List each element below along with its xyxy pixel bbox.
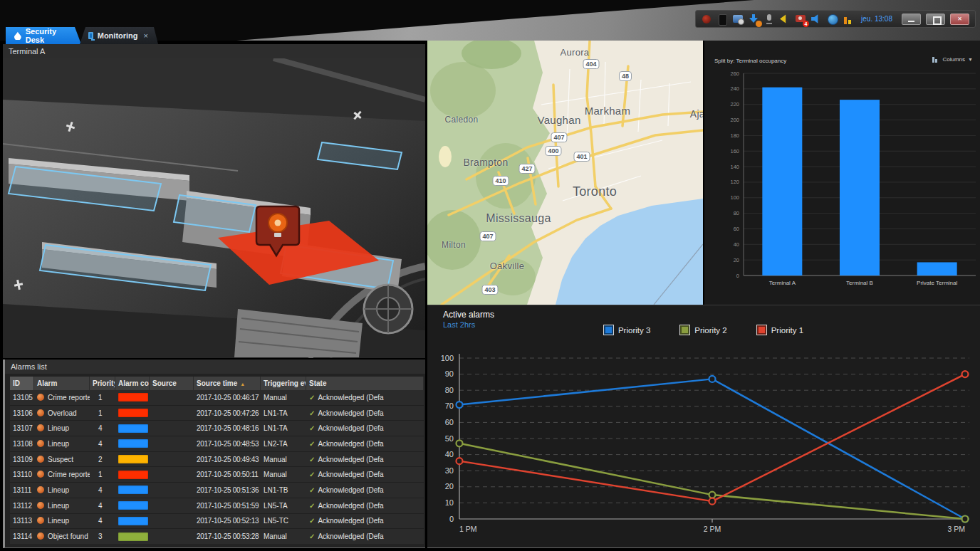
alarm-row[interactable]: 13107Lineup42017-10-25 00:48:16LN1-TA✓Ac…: [10, 421, 424, 436]
svg-text:40: 40: [734, 241, 739, 248]
cell-id: 13105: [10, 394, 34, 402]
tab-label: Monitoring: [98, 31, 138, 40]
map-label-caledon: Caledon: [445, 115, 479, 125]
alarm-row[interactable]: 13113Lineup42017-10-25 00:52:13LN5-TC✓Ac…: [10, 514, 424, 530]
column-header-id[interactable]: ID: [10, 377, 34, 390]
alarm-row[interactable]: 13106Overload12017-10-25 00:47:26LN1-TA✓…: [10, 406, 424, 421]
tab-monitoring[interactable]: Monitoring ×: [80, 27, 158, 44]
svg-text:60: 60: [734, 226, 739, 232]
stats-tray-icon[interactable]: [843, 14, 853, 25]
column-header-alarm-color[interactable]: Alarm color: [115, 377, 150, 390]
panel-title: Alarms list: [5, 360, 425, 374]
maximize-button[interactable]: [926, 14, 945, 25]
cell-priority: 1: [90, 471, 115, 478]
x-tick-3-pm: 3 PM: [947, 525, 965, 533]
cell-priority: 4: [90, 440, 115, 448]
map-label-oakville: Oakville: [490, 261, 525, 271]
cell-id: 13110: [10, 471, 34, 478]
phone-tray-icon[interactable]: [717, 14, 728, 25]
svg-text:20: 20: [734, 257, 739, 263]
acknowledged-check-icon: ✓: [309, 409, 315, 417]
cell-alarm: Crime reported: [34, 471, 90, 478]
cell-source-time: 2017-10-25 00:49:43: [194, 456, 261, 463]
speaker-tray-icon[interactable]: [811, 14, 822, 25]
svg-text:200: 200: [730, 117, 739, 123]
line-priority-1: [459, 374, 965, 502]
cell-priority: 4: [90, 502, 115, 510]
acknowledged-check-icon: ✓: [309, 502, 315, 510]
column-header-state[interactable]: State: [306, 377, 424, 390]
cell-id: 13108: [10, 440, 34, 448]
road-badge-410: 410: [492, 176, 509, 186]
legend-swatch: [757, 325, 766, 335]
tab-close-icon[interactable]: ×: [144, 31, 148, 40]
cell-triggering-event: Manual: [261, 532, 306, 540]
cell-state: ✓Acknowledged (Defa: [306, 440, 424, 448]
cell-triggering-event: LN5-TC: [261, 517, 306, 525]
alarm-bell-icon: [37, 394, 44, 401]
backup-tray-icon[interactable]: [733, 14, 744, 25]
alarm-row[interactable]: 13114Object found32017-10-25 00:53:28Man…: [10, 529, 424, 545]
column-header-priority[interactable]: Priority: [90, 377, 115, 390]
point-priority-1-1: [709, 498, 716, 505]
map-label-milton: Milton: [442, 240, 466, 250]
cell-source-time: 2017-10-25 00:53:28: [194, 532, 261, 540]
cell-source-time: 2017-10-25 00:50:11: [194, 471, 261, 478]
alarm-row[interactable]: 13105Crime reported12017-10-25 00:46:17M…: [10, 390, 424, 406]
acknowledged-check-icon: ✓: [309, 440, 315, 448]
x-tick-1-pm: 1 PM: [459, 525, 477, 533]
map-panel[interactable]: AuroraCaledonVaughanMarkhamAjaxBramptonT…: [427, 41, 703, 305]
alarm-color-bar: [118, 424, 148, 433]
alarm-row[interactable]: 13111Lineup42017-10-25 00:51:36LN1-TB✓Ac…: [10, 483, 424, 498]
tab-security-desk[interactable]: Security Desk: [6, 27, 81, 44]
column-header-triggering-event[interactable]: Triggering event: [261, 377, 306, 390]
alarm-row[interactable]: 13112Lineup42017-10-25 00:51:59LN5-TA✓Ac…: [10, 498, 424, 514]
cell-alarm: Lineup: [34, 517, 90, 525]
alarm-row[interactable]: 13108Lineup42017-10-25 00:48:53LN2-TA✓Ac…: [10, 436, 424, 452]
minimize-button[interactable]: [902, 14, 921, 25]
column-header-source[interactable]: Source: [150, 377, 194, 390]
bar-label-terminal-b: Terminal B: [846, 280, 873, 286]
road-badge-403: 403: [481, 285, 498, 295]
alarm-bell-icon: [37, 517, 44, 524]
column-header-source-time[interactable]: Source time▲: [194, 377, 261, 390]
road-badge-407: 407: [479, 231, 496, 241]
network-globe-tray-icon[interactable]: [827, 14, 838, 25]
mic-tray-icon[interactable]: [764, 14, 775, 25]
cell-alarm-color: [115, 471, 150, 479]
chart-title: Active alarms: [443, 310, 494, 320]
horn-tray-icon[interactable]: [780, 14, 791, 25]
map-label-mississauga: Mississauga: [486, 212, 551, 225]
svg-text:220: 220: [730, 101, 739, 107]
close-button[interactable]: [950, 14, 969, 25]
cell-triggering-event: LN1-TA: [261, 424, 306, 432]
alarm-color-bar: [118, 532, 148, 541]
svg-text:100: 100: [441, 354, 454, 362]
alarm-bell-icon: [37, 486, 44, 493]
alarm-tray-icon[interactable]: [702, 14, 712, 25]
column-header-alarm[interactable]: Alarm: [34, 377, 90, 390]
occupancy-bar-chart: 020406080100120140160180200220240260Term…: [704, 41, 980, 305]
cell-state: ✓Acknowledged (Defa: [306, 532, 424, 540]
download-tray-icon[interactable]: [749, 14, 759, 25]
security-desk-logo-icon: [14, 31, 21, 40]
camera-alert-tray-icon[interactable]: 4: [796, 14, 806, 25]
cell-alarm-color: [115, 517, 150, 525]
cell-alarm: Object found: [34, 532, 90, 540]
legend-item-priority-3: Priority 3: [604, 325, 650, 335]
alarm-row[interactable]: 13110Crime reported12017-10-25 00:50:11M…: [10, 467, 424, 483]
cell-priority: 3: [90, 532, 115, 540]
map-canvas[interactable]: [427, 41, 703, 305]
bar-label-terminal-a: Terminal A: [769, 280, 796, 286]
terminal-3d-view[interactable]: [3, 58, 425, 358]
cell-state: ✓Acknowledged (Defa: [306, 517, 424, 525]
cell-triggering-event: Manual: [261, 394, 306, 402]
alarm-row[interactable]: 13109Suspect22017-10-25 00:49:43Manual✓A…: [10, 452, 424, 468]
alarms-table-header: IDAlarmPriorityAlarm colorSourceSource t…: [10, 377, 424, 390]
cell-state: ✓Acknowledged (Defa: [306, 394, 424, 402]
alarm-color-bar: [118, 517, 148, 525]
cell-priority: 1: [90, 409, 115, 417]
cell-alarm: Lineup: [34, 424, 90, 432]
x-tick-2-pm: 2 PM: [704, 525, 721, 533]
cell-source-time: 2017-10-25 00:48:16: [194, 424, 261, 432]
